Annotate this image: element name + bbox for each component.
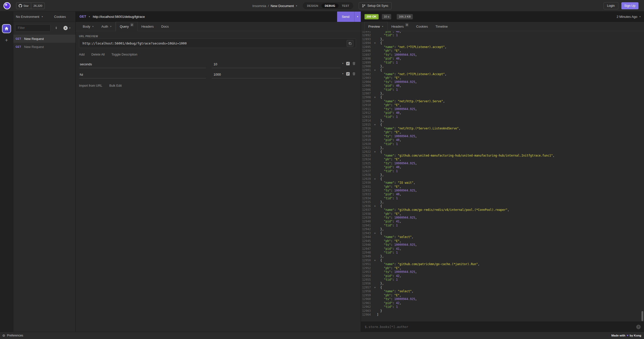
fold-caret-icon[interactable]: ▼ <box>373 68 377 72</box>
delete-all-params-button[interactable]: Delete All <box>91 53 105 56</box>
line-number: 12928 <box>361 173 373 177</box>
fold-gutter <box>373 173 377 177</box>
mode-tab-design[interactable]: DESIGN <box>304 4 321 8</box>
request-tab-headers[interactable]: Headers <box>138 22 157 31</box>
param-delete-button[interactable] <box>352 62 356 65</box>
line-number: 12950 <box>361 259 373 262</box>
line-number: 12951 <box>361 262 373 266</box>
param-footer-actions: Import from URLBulk Edit <box>79 84 122 87</box>
filter-help-icon[interactable]: ? <box>636 325 641 329</box>
param-options-caret[interactable]: ▼ <box>342 73 344 75</box>
url-input[interactable] <box>93 15 337 19</box>
send-button-label[interactable]: Send <box>337 12 354 22</box>
line-number: 12958 <box>361 289 373 293</box>
request-tab-body[interactable]: Body▼ <box>79 22 98 31</box>
param-delete-button[interactable] <box>352 72 356 76</box>
code-line: 12943▼ { <box>361 231 644 235</box>
param-value-input[interactable] <box>212 61 341 68</box>
fold-caret-icon[interactable]: ▼ <box>373 123 377 127</box>
line-number: 12925 <box>361 162 373 165</box>
copy-url-button[interactable] <box>347 40 353 47</box>
line-number: 12936 <box>361 204 373 208</box>
sidebar-request-item-1[interactable]: GETNew Request <box>13 43 76 51</box>
home-button[interactable] <box>2 24 11 33</box>
request-name: New Request <box>24 45 44 49</box>
environment-selector[interactable]: No Environment ▼ <box>13 15 43 19</box>
mode-tab-debug[interactable]: DEBUG <box>321 4 339 8</box>
query-param-rows: ▼✔▼✔ <box>76 60 361 80</box>
code-line: 12910 "ph": "E", <box>361 103 644 107</box>
fold-gutter <box>373 154 377 158</box>
request-tab-docs[interactable]: Docs <box>157 22 173 31</box>
import-from-url-button[interactable]: Import from URL <box>79 84 102 87</box>
send-button[interactable]: Send ▼ <box>337 12 361 22</box>
fold-gutter <box>373 111 377 115</box>
request-tab-auth[interactable]: Auth▼ <box>98 22 116 31</box>
breadcrumb[interactable]: Insomnia / New Document ▼ <box>252 4 297 8</box>
home-icon <box>4 26 9 31</box>
tab-label: Docs <box>161 25 169 28</box>
github-star-label: Star <box>23 4 29 7</box>
code-line: 12964] <box>361 313 644 317</box>
line-number: 12910 <box>361 103 373 107</box>
login-button[interactable]: Login <box>603 2 618 9</box>
fold-caret-icon[interactable]: ▼ <box>373 286 377 289</box>
method-selector[interactable]: GET ▼ <box>76 15 90 18</box>
fold-caret-icon[interactable]: ▼ <box>373 259 377 262</box>
fold-caret-icon[interactable]: ▼ <box>373 95 377 99</box>
scrollbar-thumb[interactable] <box>641 311 643 321</box>
fold-gutter <box>373 115 377 119</box>
response-pane: Preview▼Headers3CookiesTimeline 12891 "p… <box>361 22 644 332</box>
insomnia-logo-icon[interactable] <box>3 2 11 10</box>
fold-caret-icon[interactable]: ▼ <box>373 204 377 208</box>
response-tab-cookies[interactable]: Cookies <box>412 22 432 31</box>
fold-caret-icon[interactable]: ▼ <box>373 41 377 45</box>
url-preview-label: URL PREVIEW <box>79 35 98 38</box>
fold-gutter <box>373 158 377 161</box>
chevron-down-icon: ▼ <box>69 27 71 29</box>
mode-tab-test[interactable]: TEST <box>339 4 353 8</box>
sidebar-request-item-0[interactable]: GETNew Request <box>13 35 76 43</box>
param-name-input[interactable] <box>79 71 206 78</box>
code-line: 12902 "name": "net.(*TCPListener).Accept… <box>361 72 644 76</box>
fold-caret-icon[interactable]: ▼ <box>373 231 377 235</box>
param-options-caret[interactable]: ▼ <box>342 62 344 65</box>
response-meta-bar: 200 OK 10 s 166.3 KB 2 Minutes Ago ▼ <box>361 12 644 22</box>
response-history-dropdown[interactable]: 2 Minutes Ago ▼ <box>617 15 641 19</box>
response-tab-headers[interactable]: Headers3 <box>388 22 412 31</box>
fold-gutter <box>373 305 377 309</box>
sidebar-filter-input[interactable] <box>15 24 51 32</box>
line-number: 12909 <box>361 100 373 103</box>
line-number: 12953 <box>361 270 373 274</box>
response-filter-input[interactable] <box>365 325 633 329</box>
param-enabled-checkbox[interactable]: ✔ <box>346 72 350 76</box>
made-with-label: Made with <box>611 334 625 337</box>
request-name: New Request <box>24 37 44 41</box>
param-enabled-checkbox[interactable]: ✔ <box>346 62 350 65</box>
param-value-input[interactable] <box>212 71 341 78</box>
send-options-caret[interactable]: ▼ <box>354 12 361 22</box>
github-star-count[interactable]: 26,320 <box>31 3 45 9</box>
preferences-button[interactable]: ⚙ Preferences <box>0 334 23 337</box>
sort-requests-button[interactable] <box>55 26 58 30</box>
cookies-button[interactable]: Cookies <box>54 15 66 19</box>
sidebar: + ▼ GETNew RequestGETNew Request <box>13 22 75 332</box>
bulk-edit-button[interactable]: Bulk Edit <box>109 84 122 87</box>
toggle-description-button[interactable]: Toggle Description <box>111 53 137 56</box>
create-request-button[interactable]: + ▼ <box>63 26 71 30</box>
fold-gutter <box>373 224 377 227</box>
github-star-button[interactable]: Star <box>16 3 31 9</box>
response-tab-preview[interactable]: Preview▼ <box>364 22 388 31</box>
line-number: 12920 <box>361 142 373 146</box>
param-name-input[interactable] <box>79 61 206 68</box>
fold-gutter <box>373 80 377 84</box>
add-workspace-button[interactable]: + <box>0 36 13 44</box>
setup-git-sync-button[interactable]: Setup Git Sync <box>359 2 391 9</box>
response-tab-timeline[interactable]: Timeline <box>432 22 452 31</box>
add-param-button[interactable]: Add <box>79 53 85 56</box>
fold-caret-icon[interactable]: ▼ <box>373 150 377 154</box>
request-tab-query[interactable]: Query2 <box>116 22 138 31</box>
fold-caret-icon[interactable]: ▼ <box>373 177 377 181</box>
signup-button[interactable]: Sign Up <box>621 2 638 9</box>
github-star-widget[interactable]: Star 26,320 <box>16 3 45 9</box>
